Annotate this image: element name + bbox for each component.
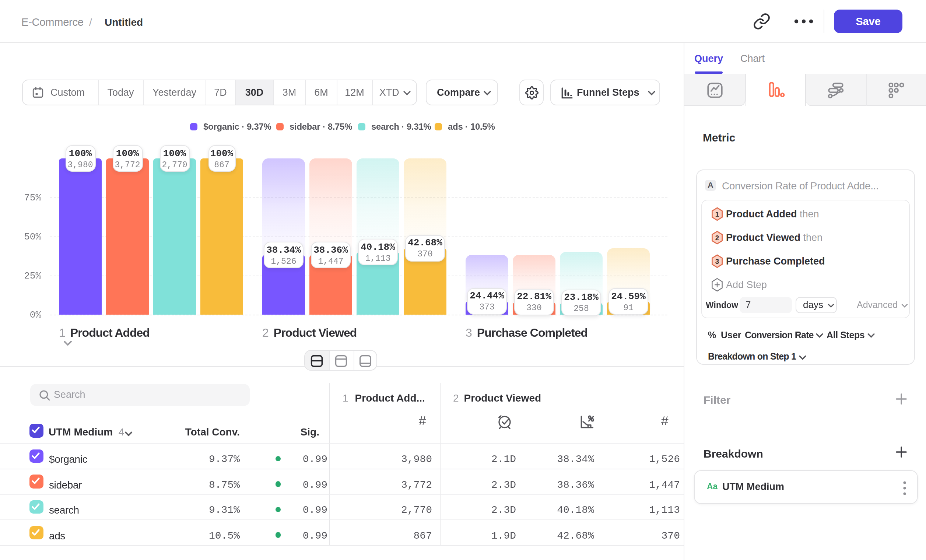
svg-text:2: 2 — [715, 234, 719, 242]
svg-text:3: 3 — [715, 257, 719, 265]
svg-text:1: 1 — [715, 210, 719, 218]
